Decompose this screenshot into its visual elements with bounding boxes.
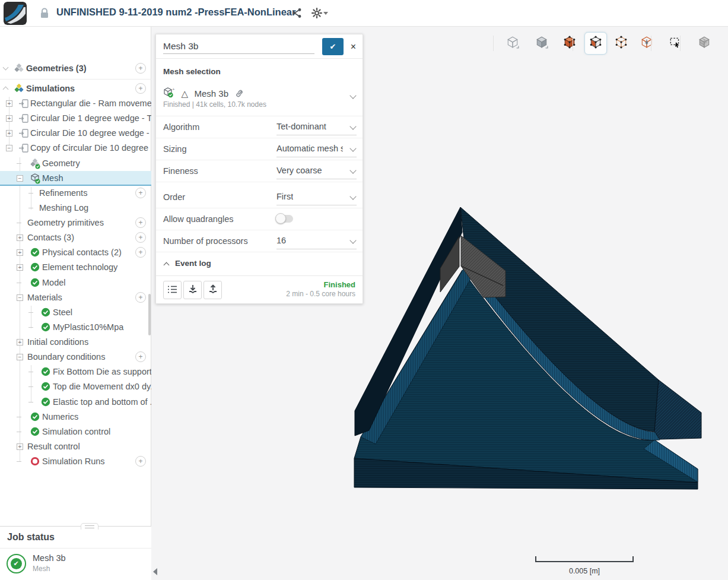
tree-item-refinements[interactable]: Refinements+ xyxy=(0,186,151,201)
tree-item-numerics[interactable]: Numerics xyxy=(0,410,151,424)
tree-item-geometries-3[interactable]: Geometries (3)+ xyxy=(0,61,151,76)
setting-label: Allow quadrangles xyxy=(163,214,234,224)
event-log-label: Event log xyxy=(175,259,211,268)
sizing-select[interactable]: Automatic mesh sizing xyxy=(276,138,357,160)
collapse-toggle[interactable]: − xyxy=(6,145,12,151)
expand-toggle[interactable]: + xyxy=(17,339,23,346)
expand-toggle[interactable]: + xyxy=(6,100,12,107)
mesh-selection-item[interactable]: + △ Mesh 3b Finished | 41k cells, 10.7k … xyxy=(163,86,341,99)
gear-dropdown-caret[interactable] xyxy=(323,12,328,15)
order-select[interactable]: First xyxy=(276,186,357,208)
add-button[interactable]: + xyxy=(135,188,146,198)
expand-toggle[interactable]: + xyxy=(17,234,23,241)
tree-item-materials[interactable]: −Materials+ xyxy=(0,290,151,305)
tree-item-simulation-runs[interactable]: Simulation Runs+ xyxy=(0,454,151,469)
tree-item-myplastic10-mpa[interactable]: MyPlastic10%Mpa xyxy=(0,320,151,335)
tree-item-rectangular-die-ram-movemen[interactable]: +Rectangular die - Ram movemen... xyxy=(0,96,151,111)
render-surfaces-edges-button[interactable] xyxy=(584,32,607,55)
fineness-select[interactable]: Very coarse xyxy=(276,160,357,182)
tree-connector xyxy=(28,402,33,402)
render-nodes-button[interactable] xyxy=(610,32,632,55)
confirm-button[interactable]: ✔ xyxy=(322,38,344,55)
algorithm-select[interactable]: Tet-dominant xyxy=(276,116,357,138)
job-status-drag-handle[interactable] xyxy=(81,523,98,530)
toolbar-separator xyxy=(573,36,573,51)
tree-item-label: Elastic top and bottom of ... xyxy=(53,397,151,407)
expand-toggle[interactable]: + xyxy=(6,115,12,122)
render-shaded-button[interactable] xyxy=(530,32,553,55)
share-icon[interactable] xyxy=(292,8,303,21)
add-button[interactable]: + xyxy=(135,247,146,258)
add-button[interactable]: + xyxy=(135,217,146,228)
tree-item-label: Steel xyxy=(53,308,72,317)
tree-item-label: Meshing Log xyxy=(39,203,88,213)
add-button[interactable]: + xyxy=(135,232,146,243)
tree-item-element-technology[interactable]: +Element technology xyxy=(0,260,151,275)
add-button[interactable]: + xyxy=(135,83,146,94)
setting-row-fineness: Fineness Very coarse xyxy=(156,160,363,182)
expand-toggle[interactable]: + xyxy=(17,443,23,450)
add-button[interactable]: + xyxy=(135,63,146,74)
render-wireframe-button[interactable] xyxy=(501,32,524,55)
add-button[interactable]: + xyxy=(135,351,146,362)
download-button[interactable] xyxy=(183,281,202,299)
event-list-button[interactable] xyxy=(163,281,182,299)
render-surfaces-button[interactable] xyxy=(558,32,581,55)
tree-item-elastic-top-and-bottom-of[interactable]: Elastic top and bottom of ... xyxy=(0,395,151,410)
tree-item-label: Copy of Circular Die 10 degree ... xyxy=(30,143,151,153)
allow-quadrangles-toggle[interactable] xyxy=(276,215,293,223)
simulation-tree-sidebar: Geometries (3)+Simulations++Rectangular … xyxy=(0,27,151,580)
expand-toggle[interactable]: + xyxy=(17,249,23,256)
simscale-logo[interactable] xyxy=(4,2,27,25)
tree-item-simulation-control[interactable]: Simulation control xyxy=(0,424,151,439)
mesh-name-input[interactable] xyxy=(163,39,314,54)
job-status-item[interactable]: ✔ Mesh 3b Mesh xyxy=(0,549,151,580)
sidebar-scrollbar[interactable] xyxy=(148,294,151,335)
event-log-row[interactable]: Event log xyxy=(156,252,363,275)
mesh-settings-panel: ✔ × Mesh selection + △ Mesh 3b xyxy=(155,34,363,304)
tree-item-circular-die-1-degree-wedge-to[interactable]: +Circular Die 1 degree wedge - To... xyxy=(0,111,151,126)
tree-item-physical-contacts-2[interactable]: +Physical contacts (2)+ xyxy=(0,245,151,260)
selected-value: Very coarse xyxy=(276,166,322,175)
number-of-processors-select[interactable]: 16 xyxy=(276,230,357,252)
tree-item-initial-conditions[interactable]: +Initial conditions xyxy=(0,335,151,350)
tree-item-result-control[interactable]: +Result control xyxy=(0,439,151,454)
add-button[interactable]: + xyxy=(135,292,146,303)
toolbar-separator xyxy=(493,36,494,51)
tree-item-steel[interactable]: Steel xyxy=(0,305,151,320)
tree-item-boundary-conditions[interactable]: −Boundary conditions+ xyxy=(0,350,151,365)
tree-item-mesh[interactable]: −Mesh xyxy=(0,171,151,186)
sidebar-collapse-arrow-icon[interactable] xyxy=(153,568,157,575)
setting-label: Fineness xyxy=(163,166,198,176)
tree-item-fix-bottom-die-as-support[interactable]: Fix Bottom Die as support xyxy=(0,365,151,379)
chevron-up-icon[interactable] xyxy=(3,87,9,93)
mesh-quality-button[interactable] xyxy=(693,32,716,55)
tree-item-contacts-3[interactable]: +Contacts (3)+ xyxy=(0,230,151,245)
collapse-toggle[interactable]: − xyxy=(17,294,23,301)
tree-item-circular-die-10-degree-wedge-t[interactable]: +Circular Die 10 degree wedge - T... xyxy=(0,126,151,141)
chevron-down-icon xyxy=(349,193,356,199)
chevron-down-icon[interactable] xyxy=(351,90,355,100)
expand-toggle[interactable]: + xyxy=(6,130,12,137)
tree-item-geometry-primitives[interactable]: Geometry primitives+ xyxy=(0,215,151,230)
chevron-down-icon[interactable] xyxy=(3,65,9,71)
tree-item-meshing-log[interactable]: Meshing Log xyxy=(0,201,151,215)
tree-item-model[interactable]: Model xyxy=(0,275,151,290)
upload-button[interactable] xyxy=(204,281,222,299)
render-cells-button[interactable] xyxy=(635,32,658,55)
add-button[interactable]: + xyxy=(135,456,146,467)
collapse-toggle[interactable]: − xyxy=(17,354,23,360)
tree-item-top-die-movement-dx0-dy[interactable]: Top die Movement dx0 dy... xyxy=(0,379,151,394)
gear-icon[interactable] xyxy=(311,8,322,21)
tree-item-geometry[interactable]: Geometry xyxy=(0,156,151,171)
cube-orange-dots-icon xyxy=(563,36,576,51)
tree-connector xyxy=(17,223,21,223)
tree-item-copy-of-circular-die-10-degree[interactable]: −Copy of Circular Die 10 degree ... xyxy=(0,141,151,156)
close-button[interactable]: × xyxy=(346,38,361,55)
collapse-toggle[interactable]: − xyxy=(17,175,23,182)
record-icon xyxy=(30,457,40,468)
tree-item-simulations[interactable]: Simulations+ xyxy=(0,81,151,96)
box-select-button[interactable] xyxy=(664,32,686,55)
expand-toggle[interactable]: + xyxy=(17,264,23,271)
setting-label: Algorithm xyxy=(163,122,199,132)
